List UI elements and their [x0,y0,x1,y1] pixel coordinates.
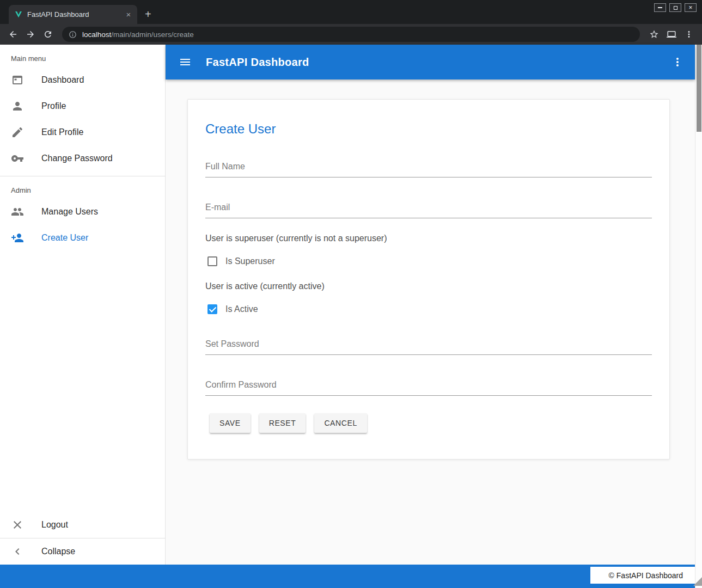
sidebar-item-label: Manage Users [41,207,98,217]
superuser-checkbox-label: Is Superuser [225,256,275,266]
superuser-hint: User is superuser (currently is not a su… [205,234,652,243]
sidebar-item-create-user[interactable]: Create User [0,225,165,251]
browser-window: FastAPI Dashboard × + ✕ localhost/main/a… [0,0,702,588]
confirm-password-field-wrapper [205,378,652,396]
superuser-checkbox-row[interactable]: Is Superuser [205,256,652,266]
resize-grip-icon [693,577,702,586]
sidebar-item-edit-profile[interactable]: Edit Profile [0,119,165,145]
password-field-wrapper [205,337,652,355]
sidebar-item-dashboard[interactable]: Dashboard [0,67,165,93]
footer: © FastAPI Dashboard [0,565,695,588]
maximize-button[interactable] [669,3,681,12]
vuetify-logo-icon [14,10,23,19]
active-hint: User is active (currently active) [205,281,652,291]
forward-button[interactable] [23,27,38,42]
people-icon [11,205,24,218]
email-input[interactable] [205,200,652,218]
confirm-password-input[interactable] [205,378,652,395]
bookmark-star-icon[interactable] [646,27,662,42]
sidebar-item-collapse[interactable]: Collapse [0,538,165,565]
sidebar-item-label: Change Password [41,154,113,163]
save-button[interactable]: SAVE [210,413,251,433]
sidebar-item-label: Edit Profile [41,127,83,137]
browser-toolbar: localhost/main/admin/users/create [0,24,702,45]
sidebar-section-admin: Admin [0,176,165,199]
tab-title: FastAPI Dashboard [27,10,120,19]
sidebar-item-label: Create User [41,233,88,243]
full-name-field-wrapper [205,160,652,177]
url-text: localhost/main/admin/users/create [82,30,194,39]
active-checkbox-label: Is Active [225,304,258,314]
main-area: FastAPI Dashboard Create User [166,45,695,565]
chevron-left-icon [11,545,24,558]
sidebar-item-label: Logout [41,520,68,530]
close-x-icon [11,518,24,531]
person-add-icon [11,231,24,244]
copyright-text: © FastAPI Dashboard [590,567,695,584]
sidebar-section-main-menu: Main menu [0,45,165,67]
back-button[interactable] [5,27,21,42]
active-checkbox[interactable] [207,304,217,314]
active-checkbox-row[interactable]: Is Active [205,304,652,314]
url-path: /main/admin/users/create [111,30,194,39]
url-host: localhost [82,30,111,39]
form-buttons: SAVE RESET CANCEL [205,413,652,433]
page-content: Create User User is superuser (currently… [166,79,695,565]
email-field-wrapper [205,200,652,218]
sidebar-item-profile[interactable]: Profile [0,93,165,119]
minimize-icon [658,7,662,8]
sidebar-item-label: Profile [41,101,66,111]
page-title: Create User [205,121,652,137]
window-controls: ✕ [654,3,697,12]
reload-button[interactable] [40,27,56,42]
full-name-input[interactable] [205,160,652,177]
sidebar-item-label: Dashboard [41,75,84,85]
superuser-checkbox[interactable] [207,256,217,266]
sidebar-item-label: Collapse [41,547,75,556]
app-body: Main menu Dashboard Profile Edit Profile [0,45,702,588]
password-input[interactable] [205,337,652,354]
sidebar-item-change-password[interactable]: Change Password [0,145,165,171]
key-icon [11,152,24,165]
maximize-icon [674,6,677,10]
close-button[interactable]: ✕ [685,3,697,12]
install-app-icon[interactable] [664,27,679,42]
tab-close-icon[interactable]: × [124,10,133,19]
sidebar: Main menu Dashboard Profile Edit Profile [0,45,166,565]
create-user-card: Create User User is superuser (currently… [187,99,670,460]
browser-menu-icon[interactable] [681,27,697,42]
site-info-icon[interactable] [69,30,77,39]
appbar: FastAPI Dashboard [166,45,695,79]
sidebar-item-manage-users[interactable]: Manage Users [0,199,165,225]
app-content: Main menu Dashboard Profile Edit Profile [0,45,695,588]
browser-tab[interactable]: FastAPI Dashboard × [9,5,137,24]
reset-button[interactable]: RESET [259,413,306,433]
page-scrollbar[interactable] [695,45,702,588]
sidebar-spacer [0,251,165,512]
minimize-button[interactable] [654,3,666,12]
hamburger-menu-icon[interactable] [179,56,192,69]
address-bar[interactable]: localhost/main/admin/users/create [62,27,640,42]
pencil-icon [11,126,24,139]
browser-titlebar: FastAPI Dashboard × + ✕ [0,0,702,24]
appbar-title: FastAPI Dashboard [206,56,309,69]
sidebar-item-logout[interactable]: Logout [0,512,165,538]
dashboard-icon [11,74,24,87]
cancel-button[interactable]: CANCEL [314,413,367,433]
new-tab-button[interactable]: + [145,5,151,24]
scrollbar-thumb[interactable] [697,45,701,132]
kebab-menu-icon[interactable] [671,56,684,69]
person-icon [11,100,24,113]
